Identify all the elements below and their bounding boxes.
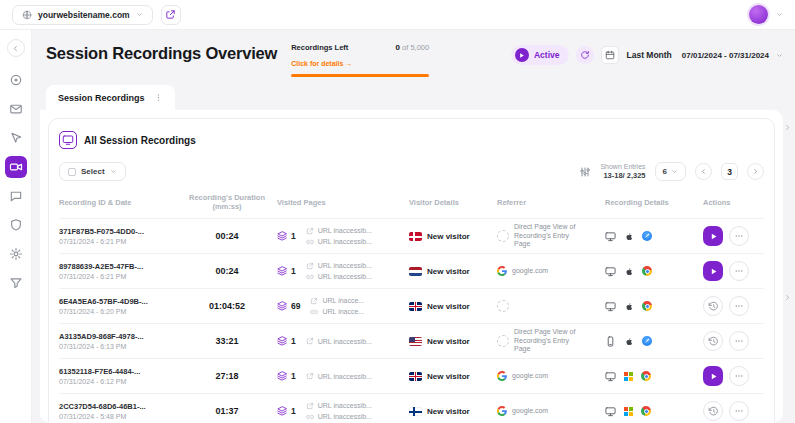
visited-url[interactable]: URL inaccessib... xyxy=(306,273,372,281)
recording-duration: 00:24 xyxy=(177,231,277,241)
sidebar-item-collapse-sidebar[interactable] xyxy=(7,39,25,57)
visited-url[interactable]: URL inaccessib... xyxy=(306,337,372,345)
calendar-icon xyxy=(605,50,615,60)
card-title: All Session Recordings xyxy=(84,135,196,146)
visited-url[interactable]: URL inacce... xyxy=(310,308,364,316)
account-chevron-icon[interactable] xyxy=(776,11,783,18)
scroll-right-button[interactable] xyxy=(781,291,794,304)
actions-cell xyxy=(703,226,761,246)
pages-count: 1 xyxy=(277,266,296,276)
windows-icon xyxy=(624,407,633,416)
recording-id-cell: A3135AD9-868F-4978-... 07/31/2024 - 6:13… xyxy=(59,332,177,350)
recordings-table: Recording ID & Date Recording's Duration… xyxy=(59,189,764,423)
visitor-type: New visitor xyxy=(427,267,470,276)
prev-page-button[interactable] xyxy=(695,163,712,180)
table-row[interactable]: 371F87B5-F075-4DD0-... 07/31/2024 - 6:21… xyxy=(59,218,764,253)
table-row[interactable]: A3135AD9-868F-4978-... 07/31/2024 - 6:13… xyxy=(59,323,764,358)
shown-entries: Shown Entries 13-18/ 2,325 xyxy=(600,162,645,181)
column-settings-button[interactable] xyxy=(579,166,591,178)
table-row[interactable]: 2CC37D54-68D6-46B1-... 07/31/2024 - 5:48… xyxy=(59,393,764,423)
sidebar-item-settings[interactable] xyxy=(5,243,27,265)
recording-duration: 01:04:52 xyxy=(177,301,277,311)
next-page-button[interactable] xyxy=(747,163,764,180)
sidebar-item-seo[interactable] xyxy=(5,214,27,236)
sidebar-item-click-tracking[interactable] xyxy=(5,127,27,149)
recording-id-cell: 6E4A5EA6-57BF-4D9B-... 07/31/2024 - 6:20… xyxy=(59,297,177,315)
avatar[interactable] xyxy=(749,5,768,24)
external-link-icon xyxy=(306,402,314,410)
sidebar-item-funnels[interactable] xyxy=(5,272,27,294)
date-range[interactable]: 07/01/2024 - 07/31/2024 xyxy=(682,51,769,60)
desktop-icon xyxy=(605,301,616,312)
referrer-cell xyxy=(497,300,605,312)
visited-url[interactable]: URL inaccessib... xyxy=(306,413,372,421)
visitor-type: New visitor xyxy=(427,372,470,381)
visited-url[interactable]: URL inacce... xyxy=(310,297,364,305)
topbar: yourwebsitename.com xyxy=(0,0,795,30)
more-actions-button[interactable] xyxy=(729,366,749,386)
table-row[interactable]: 6E4A5EA6-57BF-4D9B-... 07/31/2024 - 6:20… xyxy=(59,288,764,323)
play-recording-button[interactable] xyxy=(703,261,723,281)
page-size-dropdown[interactable]: 6 xyxy=(655,162,686,181)
visited-url[interactable]: URL inaccessib... xyxy=(306,372,372,380)
active-status-button[interactable]: Active xyxy=(511,45,570,65)
calendar-button[interactable] xyxy=(601,46,619,64)
more-actions-button[interactable] xyxy=(729,261,749,281)
visitor-details-cell: New visitor xyxy=(409,302,497,311)
visited-url[interactable]: URL inaccessib... xyxy=(306,402,372,410)
quota-details-link[interactable]: Click for details → xyxy=(291,60,352,67)
visited-url[interactable]: URL inaccessib... xyxy=(306,262,372,270)
table-row[interactable]: 89788639-A2E5-47FB-... 07/31/2024 - 6:21… xyxy=(59,253,764,288)
play-recording-button[interactable] xyxy=(703,366,723,386)
current-page: 3 xyxy=(721,163,738,180)
refresh-button[interactable] xyxy=(576,46,594,64)
flag-gb-icon xyxy=(409,372,422,381)
replay-history-button[interactable] xyxy=(703,296,723,316)
direct-referrer-icon xyxy=(497,230,509,242)
visited-url[interactable]: URL inaccessib... xyxy=(306,227,372,235)
table-body: 371F87B5-F075-4DD0-... 07/31/2024 - 6:21… xyxy=(59,218,764,423)
replay-history-button[interactable] xyxy=(703,331,723,351)
desktop-icon xyxy=(605,371,616,382)
sidebar-item-dashboard[interactable] xyxy=(5,69,27,91)
select-all-checkbox[interactable] xyxy=(68,168,76,176)
visitor-details-cell: New visitor xyxy=(409,372,497,381)
flag-dk-icon xyxy=(409,232,422,241)
more-actions-button[interactable] xyxy=(729,331,749,351)
date-chevron-icon[interactable] xyxy=(776,52,783,59)
shown-entries-value: 13-18/ 2,325 xyxy=(600,171,645,181)
desktop-icon xyxy=(605,231,616,242)
open-website-button[interactable] xyxy=(161,5,181,25)
chrome-icon xyxy=(641,406,651,416)
column-header: Visited Pages xyxy=(277,198,409,207)
recording-date: 07/31/2024 - 5:48 PM xyxy=(59,413,177,420)
replay-history-button[interactable] xyxy=(703,401,723,421)
table-row[interactable]: 61352118-F7E6-4484-... 07/31/2024 - 6:12… xyxy=(59,358,764,393)
more-actions-button[interactable] xyxy=(729,401,749,421)
layers-icon xyxy=(277,371,287,381)
referrer-cell: google.com xyxy=(497,371,605,381)
external-link-icon xyxy=(306,227,314,235)
play-recording-button[interactable] xyxy=(703,226,723,246)
google-icon xyxy=(497,406,507,416)
visited-url[interactable]: URL inaccessib... xyxy=(306,238,372,246)
sidebar-item-email-reports[interactable] xyxy=(5,98,27,120)
more-actions-button[interactable] xyxy=(729,296,749,316)
tab-session-recordings[interactable]: Session Recordings xyxy=(46,85,175,110)
referrer-cell: Direct Page View of Recording's Entry Pa… xyxy=(497,223,605,249)
period-selector[interactable]: Last Month xyxy=(626,50,671,60)
chevron-left-icon xyxy=(699,167,708,176)
scroll-right-button[interactable] xyxy=(781,121,794,134)
visited-pages-cell: 1 URL inaccessib...URL inaccessib... xyxy=(277,227,409,246)
more-actions-button[interactable] xyxy=(729,226,749,246)
tab-kebab-menu-icon[interactable] xyxy=(154,92,163,103)
shield-icon xyxy=(9,218,23,232)
sidebar-item-session-recordings[interactable] xyxy=(5,156,27,178)
recording-details-cell xyxy=(605,231,703,242)
recording-id: 89788639-A2E5-47FB-... xyxy=(59,262,177,271)
select-dropdown[interactable]: Select xyxy=(59,162,126,181)
recording-date: 07/31/2024 - 6:12 PM xyxy=(59,378,177,385)
mail-icon xyxy=(9,102,23,116)
sidebar-item-feedback[interactable] xyxy=(5,185,27,207)
website-selector[interactable]: yourwebsitename.com xyxy=(12,5,153,25)
